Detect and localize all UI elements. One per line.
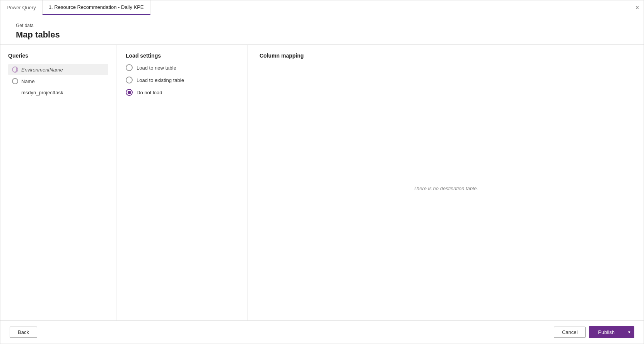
close-button[interactable]: × xyxy=(631,0,644,15)
panels-container: Queries EnvironmentName Name msdyn_proje… xyxy=(0,44,644,320)
panel-queries: Queries EnvironmentName Name msdyn_proje… xyxy=(0,45,116,320)
load-settings-options: Load to new table Load to existing table… xyxy=(126,64,238,96)
radio-do-not-load[interactable]: Do not load xyxy=(126,89,238,96)
radio-label-load-new: Load to new table xyxy=(137,65,176,71)
query-item-name[interactable]: Name xyxy=(8,76,108,87)
query-label-msdyn: msdyn_projecttask xyxy=(12,90,104,95)
query-item-environment-name[interactable]: EnvironmentName xyxy=(8,64,108,75)
page-header: Get data Map tables xyxy=(0,15,644,44)
spinner-icon-environment xyxy=(12,66,18,73)
query-label-name: Name xyxy=(21,78,104,84)
query-label-environment: EnvironmentName xyxy=(21,67,104,73)
no-destination-message: There is no destination table. xyxy=(260,64,632,313)
radio-icon-name xyxy=(12,78,18,84)
tab-power-query[interactable]: Power Query xyxy=(0,0,43,15)
tab-resource-rec[interactable]: 1. Resource Recommendation - Daily KPE xyxy=(43,0,150,15)
radio-outer-do-not-load xyxy=(126,89,133,96)
panel-column-mapping: Column mapping There is no destination t… xyxy=(248,45,644,320)
column-mapping-title: Column mapping xyxy=(260,53,632,59)
radio-outer-load-new xyxy=(126,64,133,71)
queries-panel-title: Queries xyxy=(8,53,108,59)
title-bar-tabs: Power Query 1. Resource Recommendation -… xyxy=(0,0,150,15)
radio-outer-load-existing xyxy=(126,77,133,83)
cancel-button[interactable]: Cancel xyxy=(554,327,586,338)
publish-dropdown-arrow[interactable]: ▾ xyxy=(624,326,634,338)
publish-button[interactable]: Publish xyxy=(589,326,624,338)
radio-label-load-existing: Load to existing table xyxy=(137,77,184,83)
back-button[interactable]: Back xyxy=(10,327,37,338)
page-title: Map tables xyxy=(16,30,628,40)
publish-button-group: Publish ▾ xyxy=(589,326,634,338)
main-window: Power Query 1. Resource Recommendation -… xyxy=(0,0,644,344)
panel-load-settings: Load settings Load to new table Load to … xyxy=(116,45,248,320)
radio-inner-do-not-load xyxy=(128,91,131,94)
radio-load-existing[interactable]: Load to existing table xyxy=(126,77,238,83)
footer-right-actions: Cancel Publish ▾ xyxy=(554,326,634,338)
radio-load-new[interactable]: Load to new table xyxy=(126,64,238,71)
get-data-label: Get data xyxy=(16,23,628,28)
radio-label-do-not-load: Do not load xyxy=(137,90,162,95)
title-bar: Power Query 1. Resource Recommendation -… xyxy=(0,0,644,15)
query-item-msdyn[interactable]: msdyn_projecttask xyxy=(8,87,108,98)
load-settings-title: Load settings xyxy=(126,53,238,59)
footer: Back Cancel Publish ▾ xyxy=(0,320,644,344)
main-content: Get data Map tables Queries EnvironmentN… xyxy=(0,15,644,320)
